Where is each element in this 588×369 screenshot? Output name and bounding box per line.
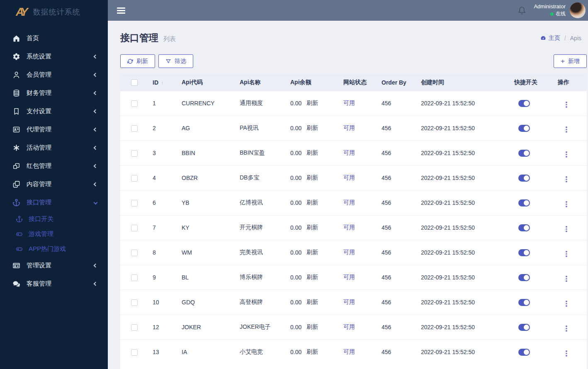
- quick-switch-toggle[interactable]: [518, 274, 530, 281]
- balance-refresh-link[interactable]: 刷新: [306, 100, 318, 107]
- site-status-link[interactable]: 可用: [343, 249, 355, 255]
- breadcrumb-home-label: 主页: [549, 34, 560, 42]
- row-checkbox[interactable]: [131, 250, 138, 256]
- balance-refresh-link[interactable]: 刷新: [306, 199, 318, 206]
- column-header-balance: Api余额: [290, 74, 343, 91]
- sidebar-item-member-management[interactable]: 会员管理: [0, 66, 108, 84]
- breadcrumb-home-link[interactable]: 主页: [540, 34, 560, 42]
- add-button[interactable]: + 新增: [554, 54, 587, 68]
- sidebar-subitem-app-hot-games[interactable]: APP热门游戏: [0, 241, 108, 256]
- api-table-card: ID↑Api代码Api名称Api余额网站状态Order By创建时间快捷开关操作…: [120, 74, 587, 369]
- quick-switch-toggle[interactable]: [518, 324, 530, 331]
- select-all-checkbox[interactable]: [131, 79, 138, 86]
- row-actions-menu-icon[interactable]: [564, 299, 569, 308]
- column-header-order: Order By: [381, 74, 421, 91]
- quick-switch-toggle[interactable]: [518, 349, 530, 356]
- filter-button[interactable]: 筛选: [158, 54, 193, 68]
- balance-refresh-link[interactable]: 刷新: [306, 323, 318, 331]
- row-checkbox[interactable]: [131, 225, 138, 231]
- row-checkbox[interactable]: [131, 324, 138, 331]
- table-row: 8 WM 完美视讯 0.00刷新 可用 456 2022-09-21 15:52…: [120, 240, 587, 265]
- row-checkbox[interactable]: [131, 274, 138, 281]
- site-status-link[interactable]: 可用: [343, 348, 355, 355]
- balance-refresh-link[interactable]: 刷新: [306, 124, 318, 132]
- sidebar-item-payment-settings[interactable]: 支付设置: [0, 102, 108, 120]
- user-name: Administrator: [534, 3, 566, 10]
- hamburger-menu-icon[interactable]: [115, 6, 127, 15]
- balance-refresh-link[interactable]: 刷新: [306, 274, 318, 281]
- row-checkbox[interactable]: [131, 175, 138, 182]
- sidebar-item-api-management[interactable]: 接口管理: [0, 193, 108, 211]
- sidebar-item-agent-management[interactable]: 代理管理: [0, 120, 108, 138]
- cell-order: 456: [381, 265, 421, 290]
- cell-created: 2022-09-21 15:52:50: [421, 215, 514, 240]
- column-header-label: ID: [153, 79, 158, 86]
- row-checkbox[interactable]: [131, 150, 138, 157]
- add-button-label: 新增: [568, 58, 580, 65]
- row-checkbox[interactable]: [131, 200, 138, 206]
- balance-refresh-link[interactable]: 刷新: [306, 249, 318, 256]
- sidebar-item-label: 支付设置: [27, 107, 51, 115]
- sidebar-item-activity-management[interactable]: 活动管理: [0, 138, 108, 157]
- column-header-label: Order By: [381, 79, 406, 86]
- balance-refresh-link[interactable]: 刷新: [306, 174, 318, 182]
- row-actions-menu-icon[interactable]: [564, 125, 569, 134]
- cell-created: 2022-09-21 15:52:50: [421, 141, 514, 165]
- avatar[interactable]: [570, 2, 586, 18]
- row-actions-menu-icon[interactable]: [564, 250, 569, 258]
- site-status-link[interactable]: 可用: [343, 224, 355, 231]
- bell-icon[interactable]: [518, 6, 526, 15]
- database-icon: [12, 89, 20, 97]
- row-actions-menu-icon[interactable]: [564, 200, 569, 209]
- site-status-link[interactable]: 可用: [343, 199, 355, 206]
- row-actions-menu-icon[interactable]: [564, 150, 569, 159]
- quick-switch-toggle[interactable]: [518, 150, 530, 157]
- sidebar-item-content-management[interactable]: 内容管理: [0, 175, 108, 193]
- column-header-id[interactable]: ID↑: [153, 74, 182, 91]
- row-actions-menu-icon[interactable]: [564, 274, 569, 283]
- quick-switch-toggle[interactable]: [518, 125, 530, 132]
- sidebar-item-finance-management[interactable]: 财务管理: [0, 84, 108, 102]
- row-actions-menu-icon[interactable]: [564, 175, 569, 184]
- site-status-link[interactable]: 可用: [343, 299, 355, 305]
- quick-switch-toggle[interactable]: [518, 100, 530, 107]
- quick-switch-toggle[interactable]: [518, 175, 530, 182]
- quick-switch-toggle[interactable]: [518, 224, 530, 231]
- row-actions-menu-icon[interactable]: [564, 324, 569, 333]
- chevron-left-icon: [94, 109, 98, 113]
- balance-refresh-link[interactable]: 刷新: [306, 299, 318, 306]
- row-checkbox[interactable]: [131, 349, 138, 356]
- row-actions-menu-icon[interactable]: [564, 225, 569, 233]
- row-checkbox[interactable]: [131, 299, 138, 306]
- sidebar-item-support-management[interactable]: 客服管理: [0, 274, 108, 293]
- column-header-label: 创建时间: [421, 79, 444, 85]
- cell-balance: 0.00: [290, 125, 301, 131]
- quick-switch-toggle[interactable]: [518, 249, 530, 256]
- site-status-link[interactable]: 可用: [343, 100, 355, 106]
- balance-refresh-link[interactable]: 刷新: [306, 149, 318, 157]
- site-status-link[interactable]: 可用: [343, 124, 355, 131]
- sidebar-subitem-api-switch[interactable]: 接口开关: [0, 211, 108, 226]
- site-status-link[interactable]: 可用: [343, 174, 355, 181]
- sidebar-item-redpacket-management[interactable]: 红包管理: [0, 157, 108, 175]
- site-status-link[interactable]: 可用: [343, 149, 355, 156]
- column-header-name: Api名称: [240, 74, 290, 91]
- balance-refresh-link[interactable]: 刷新: [306, 224, 318, 231]
- row-checkbox[interactable]: [131, 125, 138, 132]
- sidebar-subitem-game-management[interactable]: 游戏管理: [0, 226, 108, 241]
- quick-switch-toggle[interactable]: [518, 199, 530, 206]
- balance-refresh-link[interactable]: 刷新: [306, 348, 318, 356]
- site-status-link[interactable]: 可用: [343, 274, 355, 280]
- site-status-link[interactable]: 可用: [343, 323, 355, 330]
- quick-switch-toggle[interactable]: [518, 299, 530, 306]
- cell-order: 456: [381, 91, 421, 116]
- refresh-button[interactable]: 刷新: [120, 54, 155, 68]
- column-header-label: Api余额: [290, 79, 311, 85]
- row-checkbox[interactable]: [131, 100, 138, 107]
- sidebar-item-admin-settings[interactable]: 管理设置: [0, 256, 108, 274]
- sidebar-item-system-settings[interactable]: 系统设置: [0, 47, 108, 66]
- row-actions-menu-icon[interactable]: [564, 349, 569, 358]
- sidebar-item-label: 客服管理: [27, 280, 51, 288]
- sidebar-item-home[interactable]: 首页: [0, 29, 108, 47]
- row-actions-menu-icon[interactable]: [564, 100, 569, 109]
